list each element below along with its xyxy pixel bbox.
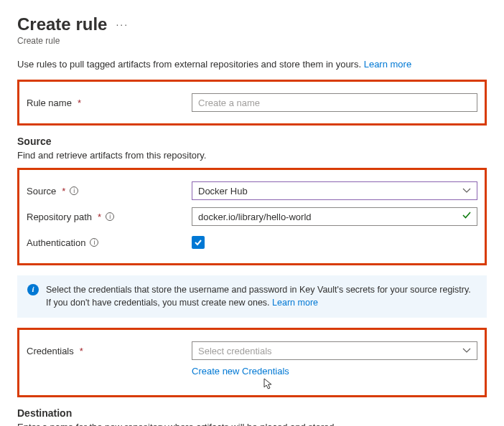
create-credentials-link[interactable]: Create new Credentials: [192, 366, 289, 377]
repo-path-input[interactable]: [192, 207, 477, 226]
rule-name-label: Rule name*: [27, 98, 192, 108]
info-icon[interactable]: i: [106, 212, 114, 221]
destination-heading: Destination: [17, 407, 487, 419]
info-banner: i Select the credentials that store the …: [17, 275, 487, 318]
credentials-group: Credentials* Select credentials Create n…: [17, 328, 487, 397]
auth-label: Authentication i: [27, 237, 192, 248]
learn-more-link[interactable]: Learn more: [364, 59, 411, 70]
rule-name-input[interactable]: [192, 93, 477, 112]
check-icon: [462, 210, 472, 222]
destination-desc: Enter a name for the new repository wher…: [17, 422, 487, 426]
more-actions-icon[interactable]: ···: [116, 19, 129, 30]
page-title: Create rule: [17, 14, 107, 34]
source-desc: Find and retrieve artifacts from this re…: [17, 150, 487, 161]
source-select[interactable]: Docker Hub: [192, 181, 477, 200]
credentials-label: Credentials*: [27, 346, 192, 356]
repo-path-label: Repository path* i: [27, 212, 192, 222]
breadcrumb: Create rule: [17, 36, 487, 46]
chevron-down-icon: [462, 346, 471, 355]
info-icon[interactable]: i: [90, 238, 98, 247]
cursor-icon: [263, 378, 274, 391]
rule-name-group: Rule name*: [17, 80, 487, 126]
info-icon: i: [27, 284, 39, 295]
banner-learn-more-link[interactable]: Learn more: [272, 298, 318, 308]
credentials-select[interactable]: Select credentials: [192, 341, 477, 360]
intro-text: Use rules to pull tagged artifacts from …: [17, 59, 487, 70]
auth-checkbox[interactable]: [192, 236, 205, 249]
source-heading: Source: [17, 136, 487, 147]
info-icon[interactable]: i: [70, 186, 78, 195]
source-group: Source* i Docker Hub Repository path* i …: [17, 168, 487, 265]
source-label: Source* i: [27, 186, 192, 197]
chevron-down-icon: [462, 186, 471, 195]
